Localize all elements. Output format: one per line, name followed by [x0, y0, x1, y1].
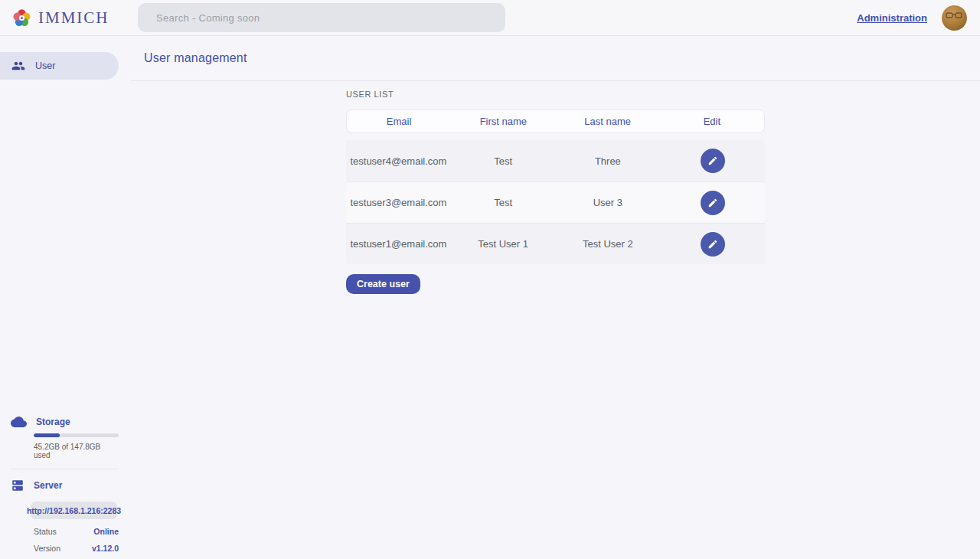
status-value: Online — [93, 527, 119, 536]
cell-first-name: Test — [451, 155, 556, 167]
storage-progress-fill — [34, 433, 60, 437]
cell-email: testuser1@email.com — [346, 238, 451, 250]
server-section-header: Server — [0, 479, 119, 492]
pencil-icon — [707, 239, 718, 250]
sidebar-divider — [11, 469, 119, 469]
cell-last-name: Test User 2 — [556, 238, 661, 250]
server-icon — [11, 479, 24, 492]
user-table-header: Email First name Last name Edit — [346, 110, 765, 133]
table-row: testuser3@email.com Test User 3 — [346, 181, 765, 223]
status-label: Status — [34, 527, 57, 536]
version-label: Version — [34, 544, 60, 553]
col-header-email: Email — [347, 116, 451, 127]
page-title-bar: User management — [131, 36, 980, 81]
pencil-icon — [707, 198, 718, 208]
brand-wordmark: IMMICH — [38, 8, 109, 28]
storage-title: Storage — [36, 417, 70, 427]
cell-first-name: Test User 1 — [451, 238, 556, 250]
pencil-icon — [707, 155, 718, 166]
user-table: testuser4@email.com Test Three testuser3… — [346, 140, 765, 264]
cell-last-name: User 3 — [556, 197, 661, 208]
server-url: http://192.168.1.216:2283 — [27, 506, 121, 515]
edit-user-button[interactable] — [701, 232, 725, 257]
table-row: testuser4@email.com Test Three — [346, 140, 765, 181]
page-title: User management — [144, 51, 247, 65]
create-user-button[interactable]: Create user — [346, 274, 420, 294]
navbar-right: Administration — [857, 5, 980, 31]
user-avatar[interactable] — [942, 5, 967, 31]
server-url-chip: http://192.168.1.216:2283 — [31, 502, 117, 519]
sidebar-footer: Storage 45.2GB of 147.8GB used Server ht… — [0, 416, 119, 553]
cell-first-name: Test — [451, 197, 556, 208]
cell-email: testuser4@email.com — [346, 155, 451, 167]
table-row: testuser1@email.com Test User 1 Test Use… — [346, 223, 765, 264]
search-placeholder: Search - Coming soon — [156, 12, 260, 24]
edit-user-button[interactable] — [701, 149, 725, 173]
edit-user-button[interactable] — [701, 191, 725, 215]
search-bar[interactable]: Search - Coming soon — [138, 3, 505, 32]
user-list-label: USER LIST — [346, 90, 394, 99]
sidebar-item-label: User — [35, 60, 55, 71]
immich-logo-icon — [11, 8, 32, 28]
sidebar: User Storage 45.2GB of 147.8GB used Serv… — [0, 36, 131, 559]
brand: IMMICH — [0, 8, 126, 28]
administration-link[interactable]: Administration — [857, 12, 927, 24]
server-status-row: Status Online — [34, 527, 119, 536]
storage-section-header: Storage — [0, 416, 119, 427]
col-header-last-name: Last name — [556, 116, 660, 127]
cell-last-name: Three — [556, 155, 661, 167]
server-title: Server — [34, 480, 62, 491]
col-header-first-name: First name — [451, 116, 555, 127]
storage-progress-bar — [34, 433, 119, 437]
version-value: v1.12.0 — [92, 544, 119, 553]
server-version-row: Version v1.12.0 — [34, 544, 119, 553]
cloud-icon — [11, 416, 27, 427]
sidebar-item-user[interactable]: User — [0, 52, 119, 80]
cell-email: testuser3@email.com — [346, 197, 451, 208]
storage-usage-text: 45.2GB of 147.8GB used — [34, 443, 119, 459]
col-header-edit: Edit — [660, 116, 764, 127]
top-navbar: IMMICH Search - Coming soon Administrati… — [0, 0, 980, 36]
glasses-icon — [946, 12, 963, 20]
users-group-icon — [11, 59, 25, 73]
